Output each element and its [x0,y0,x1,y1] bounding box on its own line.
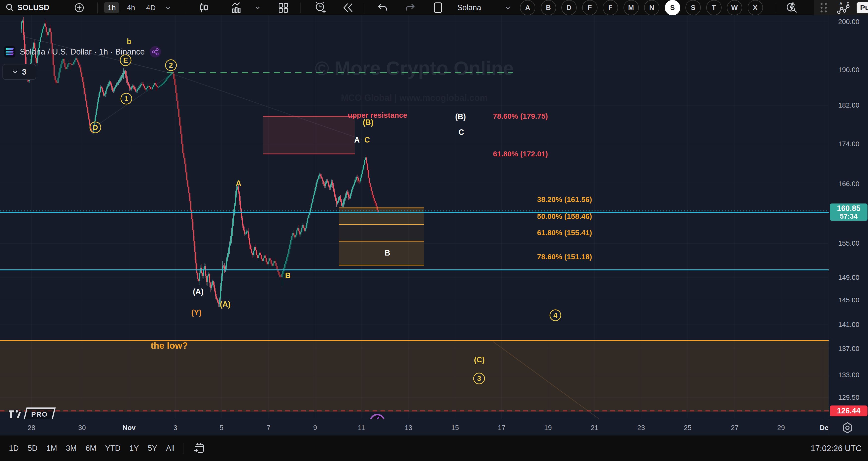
time-tick: 17 [498,424,505,432]
wave-label-A[interactable]: (A) [193,287,204,296]
time-tick: 21 [591,424,598,432]
time-tick: 11 [358,424,365,432]
range-group: 1D5D1M3M6MYTD1Y5YAll [0,444,175,453]
wave-label-A[interactable]: A [236,179,241,188]
layout-tab-D-2[interactable]: D [561,0,577,16]
axis-settings-icon[interactable] [841,421,854,435]
wave-label-3-circled[interactable]: 3 [473,373,485,384]
symbol-search-icon[interactable] [4,0,16,16]
layout-rectangle-icon[interactable] [429,0,447,16]
publish-button[interactable]: Pu [857,2,868,13]
range-button-YTD[interactable]: YTD [105,444,121,453]
scan-lightning-icon[interactable] [783,0,800,16]
layout-tab-A-0[interactable]: A [520,0,535,16]
interval-button-4D[interactable]: 4D [143,0,159,16]
wave-label-4-circled[interactable]: 4 [550,310,561,321]
layout-name[interactable]: Solana [457,0,481,16]
time-tick: 5 [219,424,223,432]
lightning-badge-icon[interactable] [367,412,386,419]
interval-button-1h[interactable]: 1h [104,0,119,16]
time-tick: De [820,424,829,432]
share-icon[interactable] [150,46,161,58]
low-price-badge: 126.44 [830,405,868,416]
wave-label-b[interactable]: b [127,37,131,46]
time-tick: 29 [777,424,785,432]
layout-tab-W-10[interactable]: W [727,0,742,16]
price-axis[interactable]: 200.00190.00182.00174.00166.00155.00149.… [829,16,868,419]
fib-lower-label[interactable]: 78.60% (151.18) [537,253,592,261]
tradingview-glyph [7,407,22,419]
layout-tab-X-11[interactable]: X [748,0,763,16]
fib-lower-label[interactable]: 38.20% (161.56) [537,195,592,204]
utc-clock[interactable]: 17:02:26 UTC [811,444,862,453]
range-button-3M[interactable]: 3M [66,444,76,453]
upper-resistance-label[interactable]: upper resistance [348,111,407,119]
wave-label-A[interactable]: (A) [220,300,230,309]
alert-icon[interactable] [312,0,329,16]
bottom-divider [184,443,184,454]
layout-tab-B-1[interactable]: B [541,0,556,16]
compare-add-icon[interactable] [72,0,86,16]
layout-grid-icon[interactable] [275,0,291,16]
redo-icon[interactable] [402,0,418,16]
wave-label-B[interactable]: B [385,249,390,258]
range-button-5Y[interactable]: 5Y [148,444,157,453]
indicators-chevron-icon[interactable] [252,0,264,16]
wave-label-B[interactable]: (B) [455,112,466,121]
layout-tab-F-3[interactable]: F [582,0,597,16]
indicators-icon[interactable] [228,0,246,16]
interval-chevron-icon[interactable] [161,0,175,16]
wave-label-C[interactable]: (C) [474,355,485,364]
top-toolbar: SOLUSD 1h4h4D [0,0,868,16]
symbol-name[interactable]: SOLUSD [17,0,49,16]
time-axis[interactable]: 2830Nov357911131517192123252729De [0,419,868,436]
time-tick: 25 [684,424,691,432]
wave-label-Y[interactable]: (Y) [191,308,202,317]
wave-label-B[interactable]: (B) [363,118,373,127]
current-price-badge: 160.85 57:34 [830,203,868,221]
wave-label-B[interactable]: B [285,271,290,280]
layout-tab-N-6[interactable]: N [644,0,659,16]
legend: Solana / U.S. Dollar · 1h · Binance [4,46,161,58]
layout-tab-T-9[interactable]: T [706,0,722,16]
the-low-annotation[interactable]: the low? [151,341,188,351]
toolbar-divider [301,2,301,13]
layout-chevron-icon[interactable] [502,0,514,16]
chevron-down-icon [12,69,19,75]
range-button-6M[interactable]: 6M [86,444,96,453]
layout-tab-M-5[interactable]: M [623,0,639,16]
fib-lower-label[interactable]: 50.00% (158.46) [537,212,592,221]
fib-lower-label[interactable]: 61.80% (155.41) [537,229,592,237]
drag-handle-dots[interactable] [818,0,829,16]
wave-label-A[interactable]: A [354,136,360,144]
toolbar-divider [775,2,775,13]
go-to-date-icon[interactable] [192,442,205,455]
layout-tab-F-4[interactable]: F [603,0,618,16]
wave-label-C[interactable]: C [364,136,370,144]
wave-label-C[interactable]: C [459,128,464,137]
object-tree-button[interactable]: 3 [2,64,36,80]
range-button-1M[interactable]: 1M [46,444,57,453]
replay-icon[interactable] [340,0,356,16]
range-button-All[interactable]: All [166,444,175,453]
layout-tab-S-8[interactable]: S [685,0,701,16]
wave-label-D-circled[interactable]: D [90,122,101,133]
wave-label-1-circled[interactable]: 1 [121,93,132,105]
chart-pane[interactable]: © More Crypto Online MCO Global | www.mc… [0,16,829,419]
elliott-wave-tool-icon[interactable]: AC [836,0,852,16]
time-tick: 15 [451,424,459,432]
time-tick: 30 [78,424,86,432]
interval-button-4h[interactable]: 4h [123,0,138,16]
chart-style-candles-icon[interactable] [196,0,211,16]
fib-upper-label[interactable]: 61.80% (172.01) [493,150,548,158]
price-tick: 155.00 [829,239,868,247]
time-tick: 28 [28,424,35,432]
legend-title[interactable]: Solana / U.S. Dollar · 1h · Binance [20,47,145,57]
wave-label-2-circled[interactable]: 2 [165,59,177,71]
range-button-1D[interactable]: 1D [9,444,19,453]
range-button-5D[interactable]: 5D [28,444,38,453]
range-button-1Y[interactable]: 1Y [129,444,139,453]
layout-tab-S-7[interactable]: S [665,0,680,16]
fib-upper-label[interactable]: 78.60% (179.75) [493,112,548,120]
undo-icon[interactable] [375,0,391,16]
